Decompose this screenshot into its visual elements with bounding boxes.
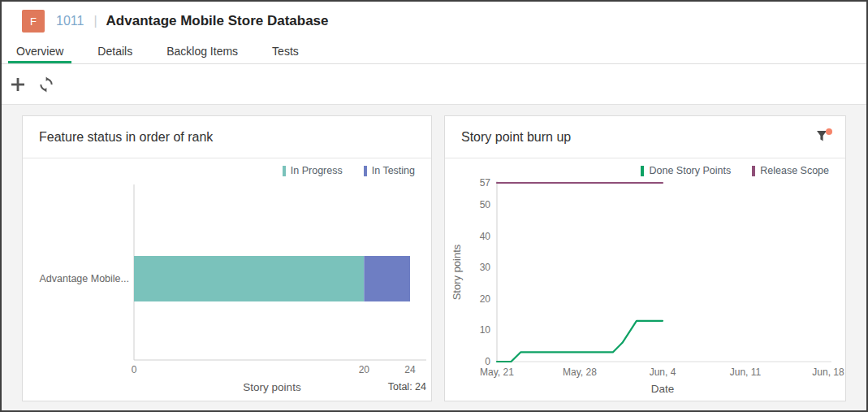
svg-text:Jun, 18: Jun, 18	[812, 366, 844, 378]
in-progress-swatch	[283, 166, 286, 176]
legend-label: In Progress	[291, 165, 343, 176]
header-separator: |	[93, 14, 97, 28]
filter-button[interactable]	[816, 130, 831, 145]
legend-item-in-testing[interactable]: In Testing	[364, 165, 415, 176]
toolbar	[2, 64, 866, 105]
svg-text:0: 0	[132, 364, 137, 375]
burn-up-widget-header: Story point burn up	[445, 116, 845, 158]
feature-status-widget-header: Feature status in order of rank	[23, 116, 431, 158]
legend-label: Release Scope	[760, 165, 829, 176]
refresh-icon	[38, 76, 54, 93]
header: F 1011 | Advantage Mobile Store Database	[2, 2, 866, 41]
svg-text:20: 20	[480, 293, 491, 305]
done-story-points-swatch	[641, 166, 644, 176]
svg-text:10: 10	[480, 324, 491, 336]
legend-label: Done Story Points	[649, 165, 731, 176]
svg-text:Story points: Story points	[451, 244, 463, 300]
svg-text:Jun, 11: Jun, 11	[730, 366, 762, 378]
release-scope-swatch	[752, 166, 755, 176]
feature-status-bar-chart[interactable]: Advantage Mobile...02024Story pointsTota…	[23, 176, 431, 401]
svg-text:Date: Date	[651, 383, 675, 395]
burn-up-widget: Story point burn up Done Story Points Re…	[444, 115, 846, 401]
plus-icon	[11, 77, 25, 92]
refresh-button[interactable]	[37, 76, 55, 93]
line-chart-legend: Done Story Points Release Scope	[445, 158, 845, 176]
svg-text:Jun, 4: Jun, 4	[650, 366, 676, 378]
svg-text:50: 50	[480, 199, 491, 210]
tab-bar: Overview Details Backlog Items Tests	[2, 41, 866, 64]
add-widget-button[interactable]	[9, 76, 27, 93]
feature-type-badge: F	[22, 10, 45, 33]
filter-active-dot	[826, 128, 832, 135]
tab-details[interactable]: Details	[89, 41, 140, 63]
svg-text:24: 24	[404, 364, 416, 375]
feature-status-widget: Feature status in order of rank In Progr…	[22, 115, 432, 401]
svg-text:0: 0	[485, 356, 490, 367]
svg-text:Story points: Story points	[243, 381, 301, 393]
svg-text:40: 40	[480, 231, 491, 242]
svg-text:Total: 24: Total: 24	[388, 381, 426, 392]
svg-text:57: 57	[480, 177, 491, 189]
legend-item-in-progress[interactable]: In Progress	[283, 165, 343, 176]
tab-backlog-items[interactable]: Backlog Items	[158, 41, 246, 63]
svg-text:May, 28: May, 28	[563, 366, 597, 378]
entity-id: 1011	[56, 14, 84, 28]
bar-chart-legend: In Progress In Testing	[23, 158, 431, 176]
tab-overview[interactable]: Overview	[8, 41, 71, 63]
burn-up-line-chart[interactable]: 0102030405057May, 21May, 28Jun, 4Jun, 11…	[445, 176, 845, 401]
page-title: Advantage Mobile Store Database	[106, 13, 329, 29]
svg-text:30: 30	[480, 262, 491, 273]
svg-text:20: 20	[359, 364, 370, 375]
dashboard-area: Feature status in order of rank In Progr…	[2, 105, 866, 410]
svg-text:Advantage Mobile...: Advantage Mobile...	[40, 273, 130, 284]
in-testing-swatch	[364, 166, 367, 176]
tab-tests[interactable]: Tests	[264, 41, 307, 63]
legend-label: In Testing	[372, 165, 415, 176]
legend-item-release-scope[interactable]: Release Scope	[752, 165, 829, 176]
widget-title: Story point burn up	[461, 130, 571, 145]
app-window: F 1011 | Advantage Mobile Store Database…	[0, 0, 868, 412]
widget-title: Feature status in order of rank	[39, 130, 213, 145]
legend-item-done-story-points[interactable]: Done Story Points	[641, 165, 731, 176]
svg-text:May, 21: May, 21	[480, 366, 514, 378]
